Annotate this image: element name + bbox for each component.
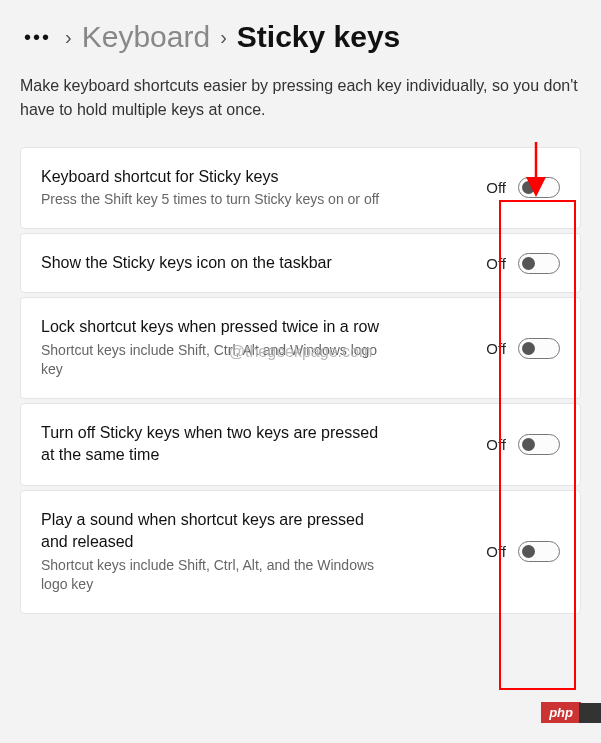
- setting-control: Off: [486, 434, 560, 455]
- toggle-state-label: Off: [486, 255, 506, 272]
- setting-title: Keyboard shortcut for Sticky keys: [41, 166, 381, 188]
- setting-text: Turn off Sticky keys when two keys are p…: [41, 422, 381, 467]
- toggle-play-sound[interactable]: [518, 541, 560, 562]
- breadcrumb-current: Sticky keys: [237, 20, 400, 54]
- toggle-state-label: Off: [486, 543, 506, 560]
- setting-control: Off: [486, 253, 560, 274]
- setting-control: Off: [486, 338, 560, 359]
- setting-title: Turn off Sticky keys when two keys are p…: [41, 422, 381, 467]
- toggle-state-label: Off: [486, 436, 506, 453]
- setting-text: Show the Sticky keys icon on the taskbar: [41, 252, 381, 274]
- chevron-right-icon: ›: [220, 26, 227, 49]
- toggle-knob-icon: [522, 545, 535, 558]
- setting-text: Lock shortcut keys when pressed twice in…: [41, 316, 381, 380]
- setting-title: Lock shortcut keys when pressed twice in…: [41, 316, 381, 338]
- php-badge: php: [541, 702, 581, 723]
- setting-text: Play a sound when shortcut keys are pres…: [41, 509, 381, 595]
- page-description: Make keyboard shortcuts easier by pressi…: [20, 74, 581, 122]
- setting-text: Keyboard shortcut for Sticky keys Press …: [41, 166, 381, 210]
- toggle-knob-icon: [522, 438, 535, 451]
- setting-row-keyboard-shortcut: Keyboard shortcut for Sticky keys Press …: [20, 147, 581, 229]
- php-badge-ext: [579, 703, 601, 723]
- toggle-lock-keys[interactable]: [518, 338, 560, 359]
- setting-row-lock-keys: Lock shortcut keys when pressed twice in…: [20, 297, 581, 399]
- toggle-knob-icon: [522, 181, 535, 194]
- setting-subtitle: Shortcut keys include Shift, Ctrl, Alt a…: [41, 341, 381, 380]
- setting-row-turn-off-two-keys: Turn off Sticky keys when two keys are p…: [20, 403, 581, 486]
- breadcrumb-more-icon[interactable]: •••: [20, 26, 55, 49]
- setting-row-taskbar-icon: Show the Sticky keys icon on the taskbar…: [20, 233, 581, 293]
- toggle-knob-icon: [522, 342, 535, 355]
- toggle-state-label: Off: [486, 340, 506, 357]
- toggle-turn-off-two-keys[interactable]: [518, 434, 560, 455]
- setting-subtitle: Press the Shift key 5 times to turn Stic…: [41, 190, 381, 210]
- breadcrumb: ••• › Keyboard › Sticky keys: [20, 20, 581, 54]
- toggle-keyboard-shortcut[interactable]: [518, 177, 560, 198]
- settings-list: Keyboard shortcut for Sticky keys Press …: [20, 147, 581, 614]
- toggle-knob-icon: [522, 257, 535, 270]
- setting-title: Show the Sticky keys icon on the taskbar: [41, 252, 381, 274]
- breadcrumb-keyboard-link[interactable]: Keyboard: [82, 20, 210, 54]
- setting-control: Off: [486, 177, 560, 198]
- setting-control: Off: [486, 541, 560, 562]
- setting-row-play-sound: Play a sound when shortcut keys are pres…: [20, 490, 581, 614]
- toggle-taskbar-icon[interactable]: [518, 253, 560, 274]
- setting-title: Play a sound when shortcut keys are pres…: [41, 509, 381, 554]
- chevron-right-icon: ›: [65, 26, 72, 49]
- setting-subtitle: Shortcut keys include Shift, Ctrl, Alt, …: [41, 556, 381, 595]
- toggle-state-label: Off: [486, 179, 506, 196]
